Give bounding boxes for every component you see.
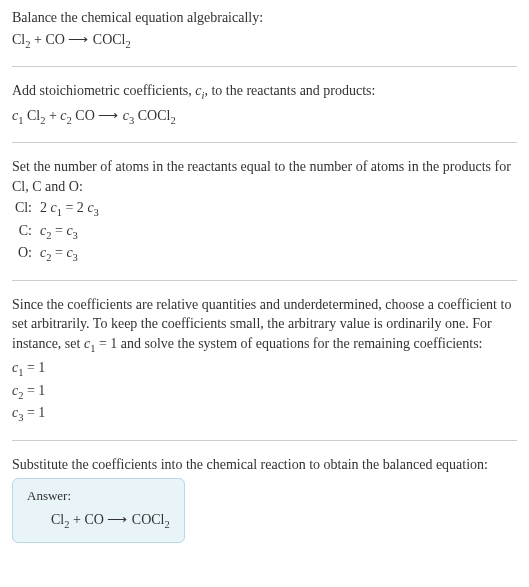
answer-label: Answer:	[27, 487, 170, 505]
product-cocl2: COCl	[89, 32, 125, 47]
atoms-title: Set the number of atoms in the reactants…	[12, 157, 517, 196]
title-post: , to the reactants and products:	[204, 83, 375, 98]
c2s: 3	[73, 230, 78, 241]
section-answer: Substitute the coefficients into the che…	[12, 455, 517, 543]
atom-row-cl: Cl: 2 c1 = 2 c3	[12, 198, 517, 220]
reactant-cl2: Cl	[51, 512, 64, 527]
atom-eq: c2 = c3	[40, 243, 517, 265]
coefficients-title: Add stoichiometric coefficients, ci, to …	[12, 81, 517, 103]
reactant-cl2: Cl	[12, 32, 25, 47]
mid: = 2	[62, 200, 87, 215]
r2: CO	[72, 108, 98, 123]
c2s: 3	[73, 252, 78, 263]
atom-label: C:	[12, 221, 40, 243]
problem-equation: Cl2 + CO ⟶ COCl2	[12, 30, 517, 52]
title-post: = 1 and solve the system of equations fo…	[95, 336, 482, 351]
plus: +	[45, 108, 60, 123]
sub-2b: 2	[165, 518, 170, 529]
atom-label: O:	[12, 243, 40, 265]
atom-eq: c2 = c3	[40, 221, 517, 243]
title-pre: Add stoichiometric coefficients,	[12, 83, 195, 98]
coef-line: c1 = 1	[12, 358, 517, 380]
c2s: 3	[94, 207, 99, 218]
section-solve: Since the coefficients are relative quan…	[12, 295, 517, 441]
solve-title: Since the coefficients are relative quan…	[12, 295, 517, 357]
mid: =	[51, 245, 66, 260]
coef-list: c1 = 1 c2 = 1 c3 = 1	[12, 358, 517, 425]
sub-2b: 2	[126, 38, 131, 49]
arrow-icon: ⟶	[68, 32, 89, 47]
rhs: = 1	[23, 360, 45, 375]
coef-line: c3 = 1	[12, 403, 517, 425]
r1a: Cl	[23, 108, 40, 123]
p1b: 2	[170, 114, 175, 125]
product-cocl2: COCl	[128, 512, 164, 527]
answer-title: Substitute the coefficients into the che…	[12, 455, 517, 475]
answer-box: Answer: Cl2 + CO ⟶ COCl2	[12, 478, 185, 543]
plus-co: + CO	[69, 512, 107, 527]
problem-title: Balance the chemical equation algebraica…	[12, 8, 517, 28]
atom-table: Cl: 2 c1 = 2 c3 C: c2 = c3 O: c2 = c3	[12, 198, 517, 265]
plus-co: + CO	[30, 32, 68, 47]
coeff-equation: c1 Cl2 + c2 CO ⟶ c3 COCl2	[12, 106, 517, 128]
p1a: COCl	[134, 108, 170, 123]
atom-label: Cl:	[12, 198, 40, 220]
mid: =	[51, 223, 66, 238]
rhs: = 1	[23, 405, 45, 420]
section-problem: Balance the chemical equation algebraica…	[12, 8, 517, 67]
atom-row-c: C: c2 = c3	[12, 221, 517, 243]
arrow-icon: ⟶	[107, 512, 128, 527]
rhs: = 1	[23, 383, 45, 398]
coef-line: c2 = 1	[12, 381, 517, 403]
answer-equation: Cl2 + CO ⟶ COCl2	[27, 510, 170, 532]
section-coefficients: Add stoichiometric coefficients, ci, to …	[12, 81, 517, 143]
atom-eq: 2 c1 = 2 c3	[40, 198, 517, 220]
arrow-icon: ⟶	[98, 108, 119, 123]
atom-row-o: O: c2 = c3	[12, 243, 517, 265]
section-atoms: Set the number of atoms in the reactants…	[12, 157, 517, 281]
pre: 2	[40, 200, 51, 215]
